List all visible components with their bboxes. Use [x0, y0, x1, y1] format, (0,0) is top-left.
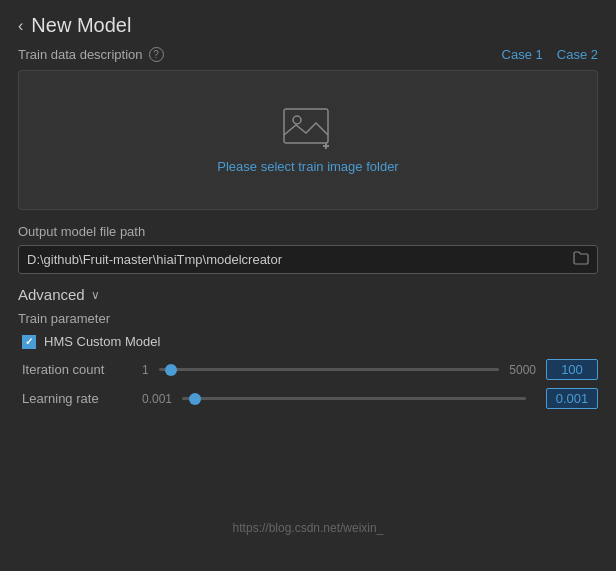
train-param-label: Train parameter: [18, 311, 598, 326]
drop-zone[interactable]: Please select train image folder: [18, 70, 598, 210]
path-input[interactable]: [27, 252, 573, 267]
iteration-max-label: 5000: [509, 363, 536, 377]
help-icon[interactable]: ?: [149, 47, 164, 62]
page-title: New Model: [31, 14, 131, 37]
checkmark-icon: ✓: [25, 336, 33, 347]
advanced-toggle[interactable]: Advanced ∨: [18, 286, 598, 303]
case1-link[interactable]: Case 1: [502, 47, 543, 62]
output-label: Output model file path: [18, 224, 598, 239]
hms-checkbox[interactable]: ✓: [22, 335, 36, 349]
folder-icon[interactable]: [573, 251, 589, 268]
case2-link[interactable]: Case 2: [557, 47, 598, 62]
iteration-count-row: Iteration count 1 5000 100: [18, 359, 598, 380]
svg-rect-0: [284, 109, 328, 143]
hms-checkbox-row: ✓ HMS Custom Model: [18, 334, 598, 349]
learning-rate-label: Learning rate: [22, 391, 132, 406]
train-data-label: Train data description: [18, 47, 143, 62]
iteration-slider-container: [159, 367, 500, 373]
learning-rate-value-box[interactable]: 0.001: [546, 388, 598, 409]
iteration-count-label: Iteration count: [22, 362, 132, 377]
back-icon: ‹: [18, 17, 23, 35]
path-input-row: [18, 245, 598, 274]
iteration-value-box[interactable]: 100: [546, 359, 598, 380]
learning-rate-min-label: 0.001: [142, 392, 172, 406]
chevron-down-icon: ∨: [91, 288, 100, 302]
iteration-min-label: 1: [142, 363, 149, 377]
back-button[interactable]: ‹: [18, 17, 23, 35]
learning-rate-slider[interactable]: [182, 397, 526, 400]
svg-point-1: [293, 116, 301, 124]
learning-rate-slider-container: [182, 396, 526, 402]
drop-zone-text: Please select train image folder: [217, 159, 398, 174]
iteration-slider[interactable]: [159, 368, 500, 371]
advanced-label: Advanced: [18, 286, 85, 303]
hms-label: HMS Custom Model: [44, 334, 160, 349]
watermark: https://blog.csdn.net/weixin_: [0, 521, 616, 535]
image-placeholder-icon: [282, 107, 334, 149]
learning-rate-row: Learning rate 0.001 0.001: [18, 388, 598, 409]
